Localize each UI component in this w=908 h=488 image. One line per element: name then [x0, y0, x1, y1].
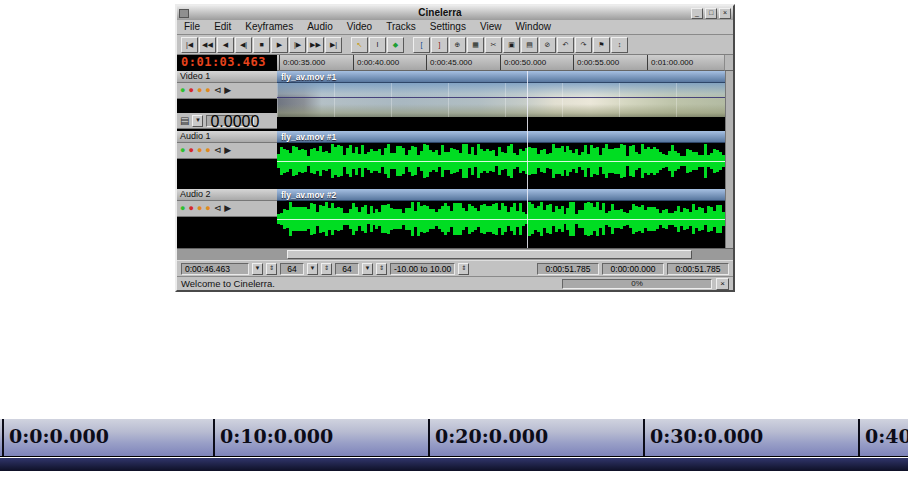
menu-window[interactable]: Window [508, 20, 558, 34]
undo-button[interactable]: ↶ [557, 37, 574, 53]
audio1-waveform[interactable] [277, 143, 725, 179]
drag-drop-mode-button[interactable]: ↖ [351, 37, 368, 53]
audio1-clip-titlebar[interactable]: fly_av.mov #1 [277, 131, 725, 143]
fast-reverse-button[interactable]: ◀◀ [199, 37, 216, 53]
amplitude-zoom-stepper-icon[interactable]: ⇕ [376, 263, 387, 275]
redo-button[interactable]: ↷ [575, 37, 592, 53]
timeline-ruler[interactable]: 0:00:35.0000:00:40.0000:00:45.0000:00:50… [277, 55, 724, 71]
automation-range-stepper-icon[interactable]: ⇕ [458, 263, 469, 275]
ruler-mark: 0:30:0.000 [643, 419, 763, 456]
sample-zoom-dropdown-icon[interactable]: ▼ [307, 263, 318, 275]
amplitude-zoom-dropdown-icon[interactable]: ▼ [362, 263, 373, 275]
duration-field[interactable]: 0:00:46.463 [181, 263, 249, 275]
clear-button[interactable]: ⊘ [539, 37, 556, 53]
edit-controls: []⊕▦✂▣▤⊘↶↷⚑↕ [413, 37, 628, 53]
rewind-button[interactable]: |◀ [181, 37, 198, 53]
draw-toggle[interactable]: ● [205, 86, 210, 95]
mute-toggle[interactable]: ⊲ [214, 86, 222, 95]
sample-zoom-stepper-icon[interactable]: ⇕ [321, 263, 332, 275]
copy-button[interactable]: ▣ [503, 37, 520, 53]
duration-stepper-icon[interactable]: ⇕ [266, 263, 277, 275]
cut-button[interactable]: ✂ [485, 37, 502, 53]
expand-toggle[interactable]: ▶ [224, 86, 231, 95]
playhead[interactable] [527, 71, 528, 248]
play-button[interactable]: ▶ [271, 37, 288, 53]
overwrite-button[interactable]: ▦ [467, 37, 484, 53]
record-toggle[interactable]: ● [188, 146, 193, 155]
audio2-clip-titlebar[interactable]: fly_av.mov #2 [277, 189, 725, 201]
timeline-canvas[interactable]: fly_av.mov #1 fly_av.mov #1 fly_av.mov #… [277, 71, 725, 248]
automation-range-field[interactable]: -10.00 to 10.00 [390, 263, 455, 275]
end-button[interactable]: ▶| [325, 37, 342, 53]
menu-video[interactable]: Video [340, 20, 379, 34]
menu-settings[interactable]: Settings [423, 20, 473, 34]
scrollbar-thumb[interactable] [287, 250, 692, 259]
menubar: FileEditKeyframesAudioVideoTracksSetting… [177, 20, 733, 35]
gang-toggle[interactable]: ● [197, 146, 202, 155]
patchbay-gap [177, 99, 277, 113]
mute-toggle[interactable]: ⊲ [214, 204, 222, 213]
track-title-audio2[interactable]: Audio 2 [177, 189, 277, 201]
fit-button[interactable]: ↕ [611, 37, 628, 53]
cut-paste-mode-button[interactable]: I [369, 37, 386, 53]
draw-toggle[interactable]: ● [205, 204, 210, 213]
video1-clip-titlebar[interactable]: fly_av.mov #1 [277, 71, 725, 83]
mute-toggle[interactable]: ⊲ [214, 146, 222, 155]
progress-label: 0% [631, 279, 643, 288]
splice-button[interactable]: ⊕ [449, 37, 466, 53]
ruler-mark: 0:40:0.000 [858, 419, 908, 456]
draw-toggle[interactable]: ● [205, 146, 210, 155]
menu-audio[interactable]: Audio [300, 20, 340, 34]
track-gap [277, 117, 725, 131]
sample-zoom-field[interactable]: 64 [280, 263, 304, 275]
selection-time-field[interactable]: 0:00:51.785 [537, 263, 599, 275]
track-title-video1[interactable]: Video 1 [177, 71, 277, 83]
frame-reverse-button[interactable]: ◀| [235, 37, 252, 53]
keyframe-mode-button[interactable]: ◆ [387, 37, 404, 53]
cancel-icon[interactable]: × [716, 278, 729, 290]
horizontal-scrollbar[interactable] [177, 248, 733, 260]
camera-dropdown-icon[interactable]: ▼ [192, 115, 203, 127]
menu-view[interactable]: View [473, 20, 509, 34]
selection-time-field[interactable]: 0:00:00.000 [602, 263, 664, 275]
camera-icon[interactable]: ▤ [180, 116, 189, 126]
reverse-play-button[interactable]: ◀ [217, 37, 234, 53]
window-title: Cinelerra [191, 7, 689, 19]
record-toggle[interactable]: ● [188, 204, 193, 213]
record-toggle[interactable]: ● [188, 86, 193, 95]
vertical-scrollbar[interactable] [725, 71, 733, 248]
fast-forward-button[interactable]: ▶▶ [307, 37, 324, 53]
out-point-button[interactable]: ] [431, 37, 448, 53]
menu-tracks[interactable]: Tracks [379, 20, 423, 34]
expand-toggle[interactable]: ▶ [224, 146, 231, 155]
close-button[interactable]: × [719, 8, 731, 19]
paste-button[interactable]: ▤ [521, 37, 538, 53]
video1-thumbnails[interactable] [277, 83, 725, 117]
play-toggle[interactable]: ● [180, 146, 185, 155]
gang-toggle[interactable]: ● [197, 204, 202, 213]
frame-forward-button[interactable]: |▶ [289, 37, 306, 53]
label-button[interactable]: ⚑ [593, 37, 610, 53]
gang-toggle[interactable]: ● [197, 86, 202, 95]
selection-time-field[interactable]: 0:00:51.785 [667, 263, 729, 275]
minimize-button[interactable]: _ [691, 8, 703, 19]
play-toggle[interactable]: ● [180, 86, 185, 95]
menu-edit[interactable]: Edit [207, 20, 238, 34]
play-toggle[interactable]: ● [180, 204, 185, 213]
in-point-button[interactable]: [ [413, 37, 430, 53]
track-title-audio1[interactable]: Audio 1 [177, 131, 277, 143]
audio2-waveform[interactable] [277, 201, 725, 237]
duration-dropdown-icon[interactable]: ▼ [252, 263, 263, 275]
amplitude-zoom-field[interactable]: 64 [335, 263, 359, 275]
expand-toggle[interactable]: ▶ [224, 204, 231, 213]
ruler-mark-label: 0:10:0.000 [220, 425, 333, 447]
camera-value-field[interactable]: 0.0000 [206, 115, 254, 127]
zoomed-timeline-ruler[interactable]: 0:0:0.000 0:10:0.000 0:20:0.000 0:30:0.0… [0, 419, 908, 457]
menu-keyframes[interactable]: Keyframes [238, 20, 300, 34]
titlebar[interactable]: Cinelerra _□× [177, 6, 733, 20]
toolbar: |◀◀◀◀◀|■▶|▶▶▶▶| ↖I◆ []⊕▦✂▣▤⊘↶↷⚑↕ [177, 35, 733, 55]
maximize-button[interactable]: □ [705, 8, 717, 19]
stop-button[interactable]: ■ [253, 37, 270, 53]
selection-time-fields: 0:00:51.7850:00:00.0000:00:51.785 [537, 263, 729, 275]
menu-file[interactable]: File [177, 20, 207, 34]
